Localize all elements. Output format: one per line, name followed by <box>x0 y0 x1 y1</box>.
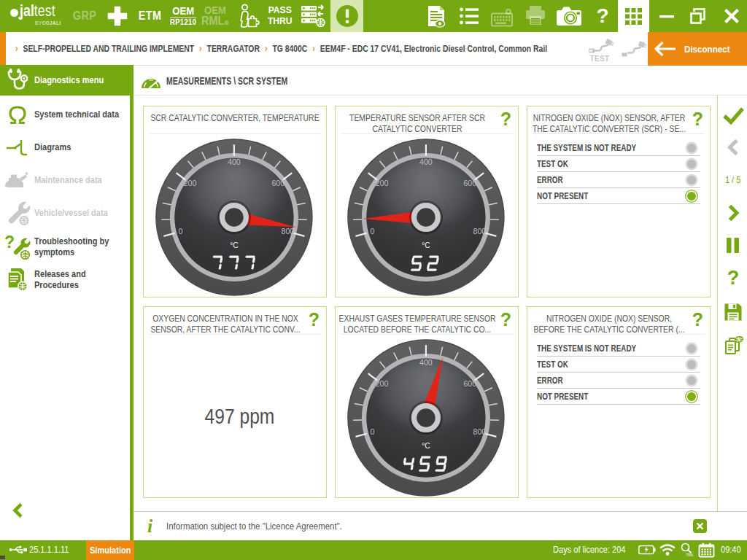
svg-text:0: 0 <box>370 227 374 236</box>
svg-text:?: ? <box>4 233 15 252</box>
svg-text:400: 400 <box>228 158 241 166</box>
svg-text:600: 600 <box>271 179 285 187</box>
svg-text:200: 200 <box>184 179 197 187</box>
svg-text:TEST: TEST <box>590 55 610 63</box>
svg-text:0: 0 <box>370 427 374 436</box>
svg-text:800: 800 <box>282 227 295 236</box>
svg-text:°C: °C <box>422 241 430 249</box>
svg-text:800: 800 <box>473 227 487 236</box>
svg-text:400: 400 <box>419 358 433 367</box>
svg-text:600: 600 <box>463 379 476 388</box>
svg-text:°C: °C <box>422 442 430 450</box>
svg-text:°C: °C <box>230 241 239 249</box>
svg-text:200: 200 <box>376 379 389 388</box>
svg-text:400: 400 <box>419 158 433 166</box>
svg-text:75%: 75% <box>686 553 694 557</box>
svg-text:600: 600 <box>463 179 476 187</box>
svg-text:0: 0 <box>178 227 182 236</box>
svg-text:800: 800 <box>473 427 487 436</box>
svg-text:200: 200 <box>376 179 389 187</box>
